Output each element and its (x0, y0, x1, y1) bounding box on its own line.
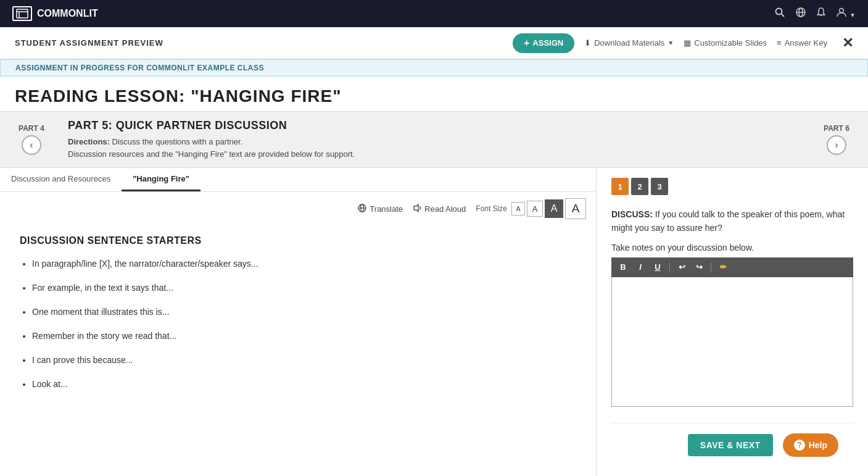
main-content: Discussion and Resoureces "Hanging Fire" (0, 168, 868, 476)
read-aloud-button[interactable]: Read Aloud (413, 204, 466, 214)
left-panel: Discussion and Resoureces "Hanging Fire" (0, 168, 597, 476)
logo-icon (12, 6, 32, 21)
svg-point-9 (840, 8, 844, 12)
toolbar-divider-2 (711, 262, 711, 272)
part-center: PART 5: QUICK PARTNER DISCUSSION Directi… (53, 112, 815, 167)
prev-part-button[interactable]: ‹ (22, 135, 41, 155)
toolbar-divider (669, 262, 670, 272)
save-next-button[interactable]: SAVE & NEXT (688, 434, 773, 456)
logo-text: COMMONLIT (37, 8, 98, 19)
font-size-controls: Font Size A A A A (476, 198, 586, 219)
underline-button[interactable]: U (651, 261, 664, 274)
redo-button[interactable]: ↪ (692, 261, 706, 274)
list-item: Look at... (32, 378, 576, 391)
bell-icon[interactable] (817, 7, 825, 20)
font-size-small[interactable]: A (511, 202, 525, 215)
right-panel: 1 2 3 DISCUSS: If you could talk to the … (597, 168, 868, 476)
toolbar-right: Translate Read Aloud Font Size A A A (358, 198, 586, 219)
help-button[interactable]: ? Help (783, 433, 838, 457)
next-part-button[interactable]: › (827, 135, 846, 155)
section-heading: DISCUSSION SENTENCE STARTERS (20, 235, 576, 246)
prev-part-label: Part 4 (19, 124, 44, 133)
italic-button[interactable]: I (634, 261, 647, 274)
bullet-list: In paragraph/line [X], the narrator/char… (20, 257, 576, 391)
question-num-2[interactable]: 2 (631, 178, 648, 195)
nav-icons: ▼ (775, 7, 856, 20)
help-circle-icon: ? (794, 440, 805, 451)
editor-content[interactable] (612, 277, 853, 401)
download-icon: ⬇ (584, 38, 591, 48)
user-icon[interactable]: ▼ (837, 7, 856, 20)
download-materials-link[interactable]: ⬇ Download Materials ▼ (584, 38, 674, 48)
list-item: I can prove this because... (32, 354, 576, 367)
globe-icon[interactable] (796, 7, 806, 20)
font-size-medium[interactable]: A (527, 201, 543, 217)
tab-discussion[interactable]: Discussion and Resoureces (0, 168, 122, 191)
undo-button[interactable]: ↩ (675, 261, 688, 274)
directions-label: Directions: (68, 137, 110, 146)
question-num-3[interactable]: 3 (651, 178, 668, 195)
list-item: In paragraph/line [X], the narrator/char… (32, 257, 576, 270)
part-nav: Part 4 ‹ PART 5: QUICK PARTNER DISCUSSIO… (0, 111, 868, 168)
speaker-icon (413, 204, 421, 214)
list-item: For example, in the text it says that... (32, 282, 576, 294)
svg-point-3 (776, 8, 782, 14)
font-size-xlarge[interactable]: A (565, 198, 586, 219)
pen-button[interactable]: ✏ (716, 261, 730, 274)
part-nav-prev: Part 4 ‹ (10, 124, 53, 155)
svg-line-4 (782, 14, 785, 17)
directions-text: Discuss the questions with a partner. (112, 137, 243, 146)
content-area: DISCUSSION SENTENCE STARTERS In paragrap… (0, 225, 596, 476)
page-title-section: READING LESSON: "HANGING FIRE" (0, 77, 868, 111)
part-directions: Directions: Discuss the questions with a… (68, 136, 800, 160)
close-button[interactable]: ✕ (842, 35, 853, 51)
question-num-1[interactable]: 1 (611, 178, 629, 195)
part-nav-next: Part 6 › (815, 124, 858, 155)
tab-hanging-fire[interactable]: "Hanging Fire" (122, 168, 200, 191)
font-size-label: Font Size (476, 204, 507, 213)
part-title: PART 5: QUICK PARTNER DISCUSSION (68, 119, 800, 132)
list-item: Remember in the story we read that... (32, 330, 576, 343)
translate-button[interactable]: Translate (358, 204, 403, 214)
question-nav: 1 2 3 (611, 178, 853, 195)
bold-button[interactable]: B (616, 261, 630, 274)
logo: COMMONLIT (12, 6, 98, 21)
assignment-banner: ASSIGNMENT IN PROGRESS FOR COMMONLIT EXA… (0, 59, 868, 77)
bottom-actions: SAVE & NEXT ? Help (611, 423, 853, 467)
top-nav: COMMONLIT ▼ (0, 0, 868, 27)
list-item: One moment that illustrates this is... (32, 306, 576, 319)
assign-button[interactable]: ASSIGN (513, 33, 574, 53)
question-text: DISCUSS: If you could talk to the speake… (611, 207, 853, 235)
sub-header-actions: ASSIGN ⬇ Download Materials ▼ ▦ Customiz… (513, 33, 853, 53)
svg-marker-13 (414, 204, 418, 212)
page-title: READING LESSON: "HANGING FIRE" (15, 86, 853, 106)
font-size-large[interactable]: A (545, 199, 563, 218)
search-icon[interactable] (775, 7, 785, 20)
sub-header-title: STUDENT ASSIGNMENT PREVIEW (15, 38, 163, 48)
sub-header: STUDENT ASSIGNMENT PREVIEW ASSIGN ⬇ Down… (0, 27, 868, 59)
customizable-slides-link[interactable]: ▦ Customizable Slides (684, 38, 767, 48)
question-item: DISCUSS: If you could talk to the speake… (611, 207, 853, 407)
answer-key-link[interactable]: ≡ Answer Key (777, 38, 827, 48)
key-icon: ≡ (777, 38, 782, 48)
tab-bar: Discussion and Resoureces "Hanging Fire" (0, 168, 596, 192)
globe-tool-icon (358, 204, 366, 214)
editor-toolbar: B I U ↩ ↪ ✏ (611, 257, 853, 277)
content-toolbar: Translate Read Aloud Font Size A A A (0, 192, 596, 225)
support-text: Discussion resources and the "Hanging Fi… (68, 149, 355, 159)
discuss-label: DISCUSS: (611, 209, 653, 219)
slides-icon: ▦ (684, 38, 691, 48)
next-part-label: Part 6 (824, 124, 849, 133)
notes-label: Take notes on your discussion below. (611, 243, 853, 253)
svg-rect-0 (17, 9, 28, 18)
editor-area (611, 277, 853, 407)
